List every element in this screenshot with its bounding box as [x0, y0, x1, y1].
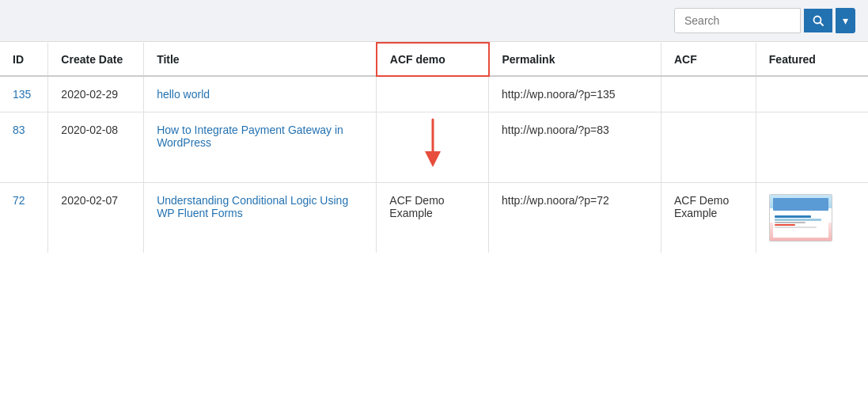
svg-line-1	[821, 23, 824, 26]
dropdown-button[interactable]: ▾	[836, 8, 855, 33]
search-input[interactable]	[674, 8, 801, 33]
cell-date: 2020-02-29	[48, 76, 144, 112]
cell-title: Understanding Conditional Logic Using WP…	[144, 183, 377, 253]
col-header-id: ID	[0, 43, 48, 76]
cell-acf	[661, 112, 756, 183]
cell-id: 83	[0, 112, 48, 183]
col-header-create-date: Create Date	[48, 43, 144, 76]
cell-title: How to Integrate Payment Gateway in Word…	[144, 112, 377, 183]
cell-featured	[756, 112, 868, 183]
cell-permalink: http://wp.noora/?p=135	[489, 76, 661, 112]
chevron-down-icon: ▾	[843, 14, 848, 27]
cell-acf: ACF Demo Example	[661, 183, 756, 253]
arrow-indicator	[389, 124, 476, 171]
post-id: 83	[13, 124, 25, 136]
featured-image	[769, 194, 832, 242]
table-row: 1352020-02-29hello worldhttp://wp.noora/…	[0, 76, 868, 112]
post-title-link[interactable]: Understanding Conditional Logic Using WP…	[157, 194, 348, 219]
cell-permalink: http://wp.noora/?p=72	[489, 183, 661, 253]
page-wrapper: ▾ ID Create Date Title ACF demo Permalin…	[0, 0, 868, 396]
table-body: 1352020-02-29hello worldhttp://wp.noora/…	[0, 76, 868, 253]
svg-marker-3	[425, 151, 441, 167]
cell-acf-demo: ACF Demo Example	[377, 183, 489, 253]
col-header-acf: ACF	[661, 43, 756, 76]
cell-date: 2020-02-07	[48, 183, 144, 253]
col-header-acf-demo: ACF demo	[377, 43, 489, 76]
cell-acf-demo	[377, 112, 489, 183]
search-button[interactable]	[804, 9, 832, 32]
post-title-link[interactable]: How to Integrate Payment Gateway in Word…	[157, 124, 343, 149]
post-title-link[interactable]: hello world	[157, 88, 210, 101]
posts-table: ID Create Date Title ACF demo Permalink …	[0, 42, 868, 253]
cell-featured	[756, 183, 868, 253]
table-row: 722020-02-07Understanding Conditional Lo…	[0, 183, 868, 253]
search-icon	[813, 15, 824, 26]
featured-image-content	[770, 195, 832, 241]
cell-id: 72	[0, 183, 48, 253]
table-row: 832020-02-08How to Integrate Payment Gat…	[0, 112, 868, 183]
cell-featured	[756, 76, 868, 112]
cell-title: hello world	[144, 76, 377, 112]
post-id: 135	[13, 88, 31, 101]
col-header-permalink: Permalink	[489, 43, 661, 76]
cell-acf	[661, 76, 756, 112]
col-header-featured: Featured	[756, 43, 868, 76]
cell-permalink: http://wp.noora/?p=83	[489, 112, 661, 183]
table-header: ID Create Date Title ACF demo Permalink …	[0, 43, 868, 76]
top-bar: ▾	[0, 0, 868, 42]
arrow-down-icon	[417, 116, 449, 171]
col-header-title: Title	[144, 43, 377, 76]
cell-id: 135	[0, 76, 48, 112]
post-id: 72	[13, 194, 25, 207]
cell-date: 2020-02-08	[48, 112, 144, 183]
cell-acf-demo	[377, 76, 489, 112]
